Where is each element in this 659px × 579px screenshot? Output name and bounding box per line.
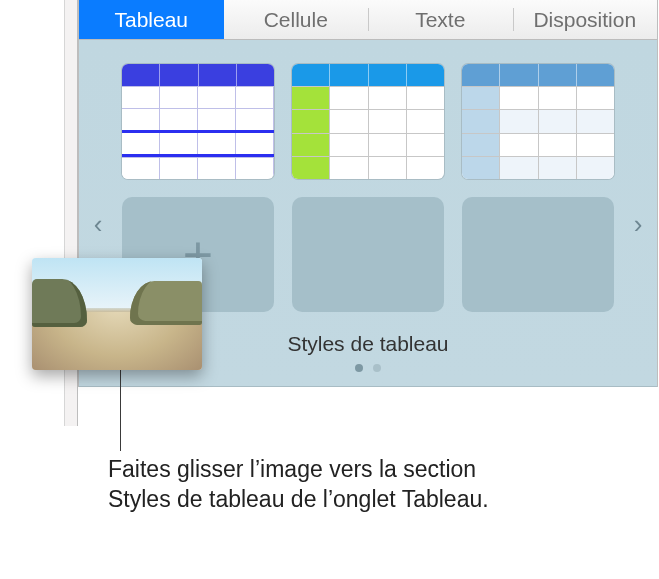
styles-prev-button[interactable]: ‹ (89, 210, 107, 238)
tab-texte[interactable]: Texte (368, 0, 513, 39)
pager-dot[interactable] (355, 364, 363, 372)
empty-style-slot[interactable] (462, 197, 614, 312)
table-style-thumbnail[interactable] (292, 64, 444, 179)
image-dune (130, 281, 202, 325)
table-style-thumbnail[interactable] (462, 64, 614, 179)
chevron-right-icon: › (634, 209, 643, 240)
pager-dot[interactable] (373, 364, 381, 372)
empty-style-slot[interactable] (292, 197, 444, 312)
tab-disposition[interactable]: Disposition (513, 0, 658, 39)
inspector-tabs: Tableau Cellule Texte Disposition (79, 0, 657, 40)
callout-leader-line (120, 369, 121, 451)
tab-tableau[interactable]: Tableau (79, 0, 224, 39)
tab-cellule[interactable]: Cellule (224, 0, 369, 39)
styles-next-button[interactable]: › (629, 210, 647, 238)
chevron-left-icon: ‹ (94, 209, 103, 240)
callout-text: Faites glisser l’image vers la section S… (108, 455, 528, 515)
dragged-image-thumbnail[interactable] (32, 258, 202, 370)
table-style-thumbnail[interactable] (122, 64, 274, 179)
